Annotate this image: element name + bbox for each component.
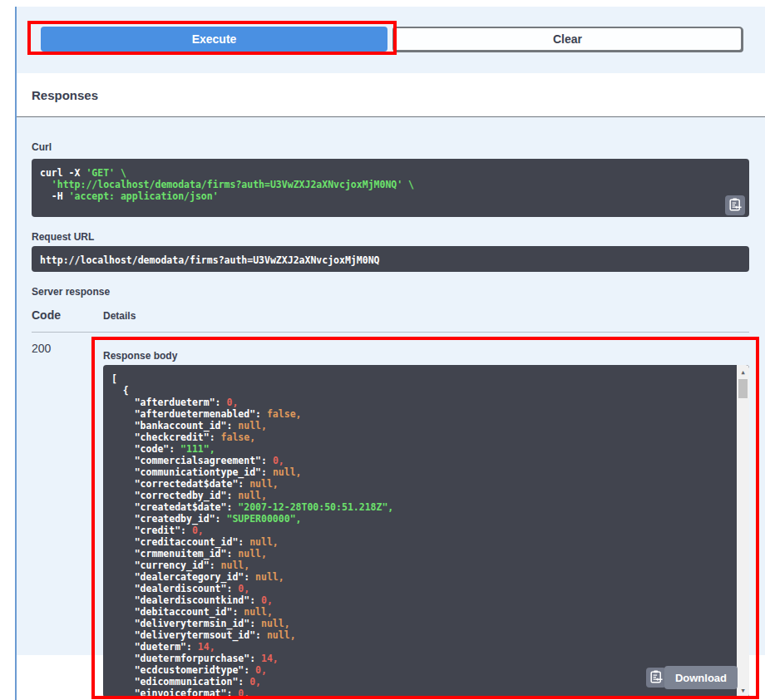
execute-section: Execute Clear [17,7,765,73]
response-body-label: Response body [103,350,749,362]
response-table-header: Code Details [32,308,749,333]
request-url-value: http://localhost/demodata/firms?auth=U3V… [40,254,380,266]
copy-curl-button[interactable] [725,195,745,215]
request-url-label: Request URL [32,231,749,243]
scroll-up-icon[interactable]: ▲ [737,366,749,378]
opblock-get: Execute Clear Responses Curl curl -X 'GE… [15,7,765,700]
code-column-header: Code [32,308,103,322]
status-code-value: 200 [32,342,103,698]
responses-body: Curl curl -X 'GET' \ 'http://localhost/d… [17,117,765,655]
curl-command-text: curl -X 'GET' \ 'http://localhost/demoda… [40,167,741,202]
scroll-down-icon[interactable]: ▼ [737,684,749,697]
response-table-row: 200 Response body [ { "afterdueterm": 0,… [32,333,749,698]
scrollbar-thumb[interactable] [738,379,748,398]
clipboard-copy-icon [729,198,742,214]
responses-title: Responses [32,88,98,102]
response-body-block: [ { "afterdueterm": 0, "afterduetermenab… [103,365,749,698]
copy-response-button[interactable] [646,668,666,688]
clear-button[interactable]: Clear [392,27,743,52]
response-scrollbar[interactable]: ▲▼ [737,365,749,698]
response-details-cell: Response body [ { "afterdueterm": 0, "af… [103,342,749,698]
execute-button[interactable]: Execute [41,27,387,52]
download-button[interactable]: Download [664,666,738,689]
curl-label: Curl [32,141,749,153]
clipboard-copy-icon [650,670,663,686]
details-column-header: Details [103,310,136,322]
server-response-label: Server response [32,286,749,298]
curl-command-block: curl -X 'GET' \ 'http://localhost/demoda… [32,159,749,217]
swagger-response-panel: { "execute_section": { "execute_label": … [0,0,765,700]
responses-header: Responses [17,73,765,117]
response-body-json: [ { "afterdueterm": 0, "afterduetermenab… [111,373,741,698]
request-url-block: http://localhost/demodata/firms?auth=U3V… [32,246,749,272]
